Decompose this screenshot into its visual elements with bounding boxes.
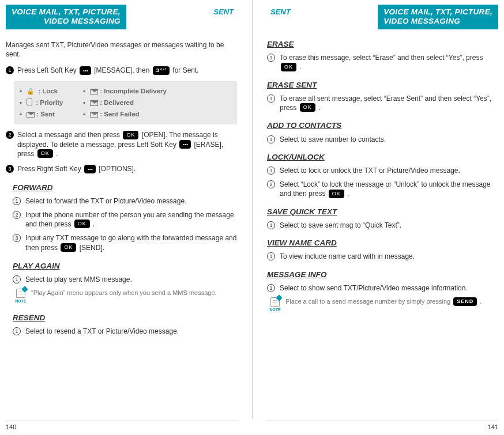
erase-title: ERASE <box>267 39 498 50</box>
step-3a: Press Right Soft Key <box>17 165 83 173</box>
page-right: SENT VOICE MAIL, TXT, PICTURE, VIDEO MES… <box>252 0 504 435</box>
header-right: SENT VOICE MAIL, TXT, PICTURE, VIDEO MES… <box>267 5 498 31</box>
send-key-icon: SEND <box>453 297 477 306</box>
step-1b: [MESSAGE], then <box>94 66 151 74</box>
save-quick-title: SAVE QUICK TEXT <box>267 207 498 217</box>
ok-key-icon-r3: OK <box>329 190 344 198</box>
erase-s1: 1 To erase this message, select “Erase” … <box>267 53 498 72</box>
step-3: 3 Press Right Soft Key [OPTIONS]. <box>6 164 237 173</box>
sent-label-left: SENT <box>210 5 237 20</box>
erase-sent-s1: 1 To erase all sent message, select “Era… <box>267 94 498 113</box>
step-1-num: 1 <box>6 66 14 74</box>
message-info-title: MESSAGE INFO <box>267 270 498 280</box>
legend-sent: : Sent <box>36 110 55 119</box>
dots-key-icon <box>80 66 91 75</box>
legend-incomplete: : Incomplete Delivery <box>100 87 167 96</box>
ok-key-icon-4: OK <box>61 243 76 252</box>
step-3-num: 3 <box>6 165 14 173</box>
legend-delivered: : Delivered <box>100 99 134 108</box>
note-icon-r: NOTE <box>267 297 283 312</box>
ok-key-icon-r1: OK <box>281 63 296 71</box>
ok-key-icon-r2: OK <box>300 103 315 112</box>
step-1: 1 Press Left Soft Key [MESSAGE], then de… <box>6 66 237 75</box>
envelope-delivered-icon <box>90 100 98 106</box>
three-key-icon: def <box>153 66 170 75</box>
envelope-failed-icon <box>90 112 98 118</box>
view-name-s1: 1 To view include name card with in mess… <box>267 252 498 261</box>
step-2-num: 2 <box>6 131 14 139</box>
step-2d: . <box>56 150 58 158</box>
save-quick-s1: 1 Select to save sent msg to “Quick Text… <box>267 221 498 230</box>
sent-label-right: SENT <box>267 5 294 20</box>
envelope-incomplete-icon <box>90 89 98 94</box>
tab-voice-mail-left: VOICE MAIL, TXT, PICTURE, VIDEO MESSAGIN… <box>6 5 126 29</box>
legend-box: • : Lock • : Incomplete Delivery • : Pri… <box>14 81 237 125</box>
dots-key-icon-3 <box>84 165 96 173</box>
page-num-left: 140 <box>6 421 237 432</box>
forward-title: FORWARD <box>13 183 237 193</box>
legend-priority: : Priority <box>36 99 63 108</box>
dots-key-icon-2 <box>179 140 191 149</box>
step-3b: [OPTIONS]. <box>99 165 136 173</box>
forward-s3: 3 Input any TXT message to go along with… <box>13 233 237 252</box>
lock-icon <box>27 87 35 96</box>
tab-line2-r: VIDEO MESSAGING <box>383 17 460 25</box>
play-again-title: PLAY AGAIN <box>13 261 237 271</box>
page-num-right: 141 <box>267 421 498 432</box>
legend-failed: : Sent Failed <box>100 110 139 119</box>
add-contacts-s1: 1 Select to save number to contacts. <box>267 135 498 144</box>
intro-text: Manages sent TXT, Picture/Video messages… <box>6 40 237 59</box>
forward-s1: 1 Select to forward the TXT or Picture/V… <box>13 196 237 206</box>
flag-icon <box>27 98 32 108</box>
resend-title: RESEND <box>13 313 237 323</box>
view-name-title: VIEW NAME CARD <box>267 238 498 248</box>
tab-line1-r: VOICE MAIL, TXT, PICTURE, <box>383 7 492 16</box>
ok-key-icon-2: OK <box>37 149 53 158</box>
message-info-s1: 1 Select to show send TXT/Picture/Video … <box>267 283 498 293</box>
message-info-note: NOTE Place a call to a send message numb… <box>267 297 498 312</box>
ok-key-icon: OK <box>123 131 138 139</box>
step-1a: Press Left Soft Key <box>17 66 78 74</box>
erase-sent-title: ERASE SENT <box>267 80 498 90</box>
step-1c: for Sent. <box>172 66 198 74</box>
tab-voice-mail-right: VOICE MAIL, TXT, PICTURE, VIDEO MESSAGIN… <box>378 5 498 29</box>
header-left: VOICE MAIL, TXT, PICTURE, VIDEO MESSAGIN… <box>6 5 237 31</box>
resend-s1: 1 Select to resend a TXT or Picture/Vide… <box>13 327 237 336</box>
lock-unlock-s1: 1 Select to lock or unlock the TXT or Pi… <box>267 166 498 175</box>
step-2: 2 Select a message and then press OK [OP… <box>6 130 237 158</box>
legend-lock: : Lock <box>38 87 58 96</box>
note-icon: NOTE <box>13 289 29 304</box>
play-again-s1: 1 Select to play sent MMS message. <box>13 275 237 284</box>
forward-s2: 2 Input the phone number of the person y… <box>13 210 237 229</box>
add-contacts-title: ADD TO CONTACTS <box>267 120 498 131</box>
lock-unlock-s2: 2 Select “Lock” to lock the message or “… <box>267 180 498 199</box>
play-again-note: NOTE “Play Again” menu appears only when… <box>13 289 237 304</box>
tab-line2: VIDEO MESSAGING <box>44 17 121 25</box>
step-2a: Select a message and then press <box>17 131 122 139</box>
lock-unlock-title: LOCK/UNLOCK <box>267 152 498 162</box>
page-left: VOICE MAIL, TXT, PICTURE, VIDEO MESSAGIN… <box>0 0 252 435</box>
ok-key-icon-3: OK <box>74 220 90 228</box>
envelope-sent-icon <box>27 112 35 118</box>
tab-line1: VOICE MAIL, TXT, PICTURE, <box>12 7 121 16</box>
